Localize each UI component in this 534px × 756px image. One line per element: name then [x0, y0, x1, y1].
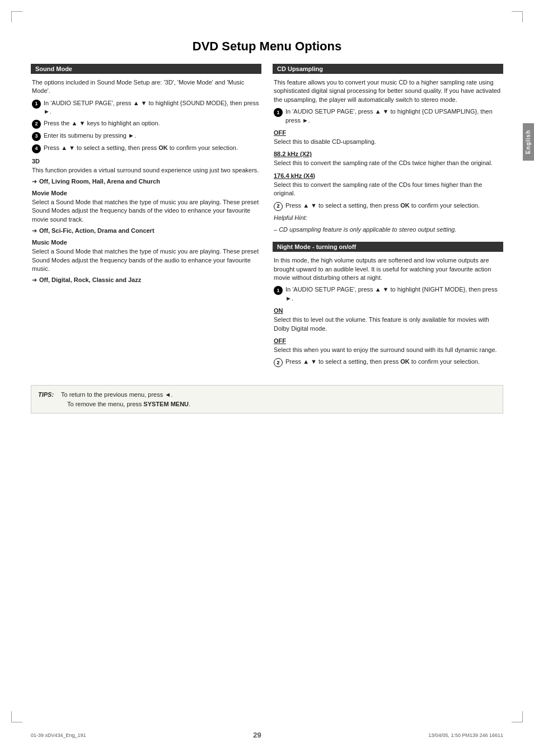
arrow-music: ➔ Off, Digital, Rock, Classic and Jazz [32, 276, 260, 284]
cd-step-2: 2 Press ▲ ▼ to select a setting, then pr… [274, 201, 502, 211]
night-step-2: 2 Press ▲ ▼ to select a setting, then pr… [274, 358, 502, 367]
sub-body-movie: Select a Sound Mode that matches the typ… [32, 198, 260, 224]
night-opt-off-heading: OFF [274, 337, 502, 344]
left-column: Sound Mode The options included in Sound… [31, 64, 261, 292]
arrow-icon-3d: ➔ [32, 178, 37, 185]
content-columns: Sound Mode The options included in Sound… [31, 64, 503, 375]
cd-intro: This feature allows you to convert your … [274, 78, 502, 104]
sound-mode-header: Sound Mode [31, 64, 261, 74]
sound-mode-body: The options included in Sound Mode Setup… [31, 78, 261, 284]
cd-opt-1764-heading: 176.4 kHz (X4) [274, 172, 502, 179]
footer-page-number: 29 [253, 731, 261, 739]
step-4-text: Press ▲ ▼ to select a setting, then pres… [44, 144, 260, 152]
cd-opt-off-body: Select this to disable CD-upsampling. [274, 138, 502, 146]
night-mode-header: Night Mode - turning on/off [273, 242, 503, 252]
tips-bar: TIPS: To return to the previous menu, pr… [31, 385, 503, 414]
page-container: English DVD Setup Menu Options Sound Mod… [0, 0, 534, 756]
tips-line1: To return to the previous menu, press ◄. [61, 391, 172, 398]
arrow-text-3d: Off, Living Room, Hall, Arena and Church [39, 178, 160, 185]
step-num-4: 4 [32, 144, 41, 153]
sub-body-music: Select a Sound Mode that matches the typ… [32, 247, 260, 273]
corner-mark-br [512, 711, 523, 722]
cd-step-1-text: In 'AUDIO SETUP PAGE', press ▲ ▼ to high… [285, 107, 502, 125]
step-1: 1 In 'AUDIO SETUP PAGE', press ▲ ▼ to hi… [32, 99, 260, 116]
step-2-text: Press the ▲ ▼ keys to highlight an optio… [44, 119, 260, 128]
night-mode-body: In this mode, the high volume outputs ar… [273, 256, 503, 367]
step-1-text: In 'AUDIO SETUP PAGE', press ▲ ▼ to high… [44, 99, 260, 116]
sound-mode-intro: The options included in Sound Mode Setup… [32, 78, 260, 96]
cd-upsampling-body: This feature allows you to convert your … [273, 78, 503, 234]
right-column: CD Upsampling This feature allows you to… [273, 64, 503, 375]
night-opt-off-body: Select this when you want to enjoy the s… [274, 346, 502, 354]
cd-opt-off-heading: OFF [274, 129, 502, 136]
arrow-icon-movie: ➔ [32, 227, 37, 234]
step-3-text: Enter its submenu by pressing ►. [44, 132, 260, 140]
step-2: 2 Press the ▲ ▼ keys to highlight an opt… [32, 119, 260, 129]
step-num-2: 2 [32, 120, 41, 129]
page-title: DVD Setup Menu Options [31, 39, 503, 54]
night-intro: In this mode, the high volume outputs ar… [274, 256, 502, 282]
cd-upsampling-header: CD Upsampling [273, 64, 503, 74]
arrow-icon-music: ➔ [32, 276, 37, 284]
step-num-3: 3 [32, 132, 41, 141]
helpful-hint-label: Helpful Hint: [274, 214, 502, 222]
tips-line2: To remove the menu, press SYSTEM MENU. [67, 401, 190, 407]
sub-body-3d: This function provides a virtual surroun… [32, 166, 260, 175]
sub-heading-3d: 3D [32, 158, 260, 165]
cd-opt-882-heading: 88.2 kHz (X2) [274, 151, 502, 157]
footer-left: 01-39 xDV434_Eng_191 [31, 732, 86, 738]
cd-step-num-2: 2 [274, 202, 283, 211]
night-opt-on-body: Select this to level out the volume. Thi… [274, 316, 502, 333]
cd-opt-1764-body: Select this to convert the sampling rate… [274, 181, 502, 198]
cd-step-num-1: 1 [274, 108, 283, 117]
night-opt-on-heading: ON [274, 307, 502, 314]
arrow-text-music: Off, Digital, Rock, Classic and Jazz [39, 276, 141, 283]
arrow-3d: ➔ Off, Living Room, Hall, Arena and Chur… [32, 178, 260, 185]
cd-opt-882-body: Select this to convert the sampling rate… [274, 159, 502, 167]
night-step-2-text: Press ▲ ▼ to select a setting, then pres… [285, 358, 502, 366]
corner-mark-bl [11, 711, 22, 722]
arrow-movie: ➔ Off, Sci-Fic, Action, Drama and Concer… [32, 227, 260, 234]
cd-step-2-text: Press ▲ ▼ to select a setting, then pres… [285, 201, 502, 210]
step-3: 3 Enter its submenu by pressing ►. [32, 132, 260, 141]
arrow-text-movie: Off, Sci-Fic, Action, Drama and Concert [39, 227, 154, 234]
english-tab: English [523, 123, 534, 161]
footer-right: 13/04/05, 1:50 PM139 246 16611 [428, 732, 503, 738]
night-step-num-1: 1 [274, 286, 283, 295]
page-footer: 01-39 xDV434_Eng_191 29 13/04/05, 1:50 P… [31, 731, 503, 739]
corner-mark-tr [512, 11, 523, 22]
night-step-1: 1 In 'AUDIO SETUP PAGE', press ▲ ▼ to hi… [274, 285, 502, 303]
helpful-hint-text: – CD upsampling feature is only applicab… [274, 226, 502, 234]
sub-heading-movie: Movie Mode [32, 190, 260, 196]
night-step-num-2: 2 [274, 358, 283, 367]
sub-heading-music: Music Mode [32, 239, 260, 246]
night-step-1-text: In 'AUDIO SETUP PAGE', press ▲ ▼ to high… [285, 285, 502, 303]
step-num-1: 1 [32, 100, 41, 109]
step-4: 4 Press ▲ ▼ to select a setting, then pr… [32, 144, 260, 153]
tips-label: TIPS: [38, 391, 54, 398]
corner-mark-tl [11, 11, 22, 22]
cd-step-1: 1 In 'AUDIO SETUP PAGE', press ▲ ▼ to hi… [274, 107, 502, 125]
